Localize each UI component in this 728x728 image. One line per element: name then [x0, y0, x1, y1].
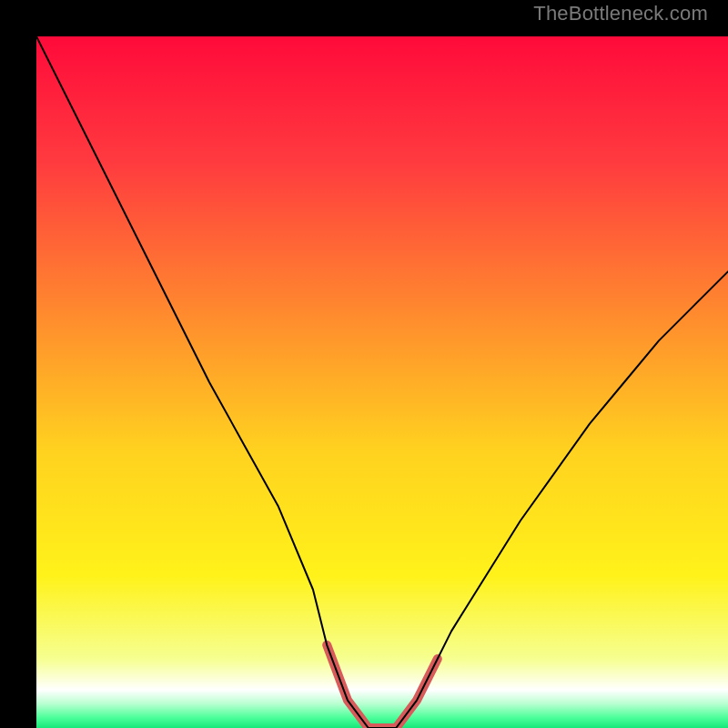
chart-plot — [36, 36, 728, 728]
chart-svg — [36, 36, 728, 728]
chart-frame — [0, 0, 728, 728]
credit-label: TheBottleneck.com — [533, 2, 708, 25]
